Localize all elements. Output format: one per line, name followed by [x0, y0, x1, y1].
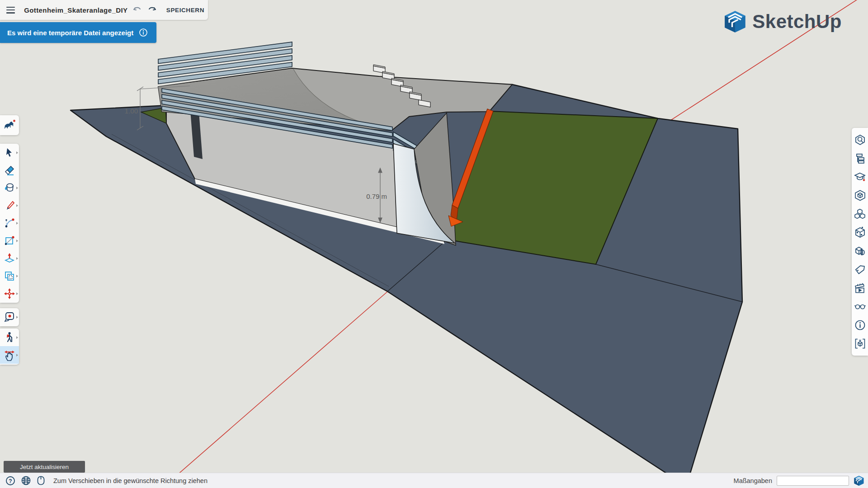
document-title: Gottenheim_Skateranlage_DIY [24, 6, 127, 14]
info-circle-icon[interactable] [139, 28, 148, 37]
components-icon [854, 208, 866, 220]
outliner-panel-button[interactable] [852, 149, 868, 168]
undo-arrow-icon [132, 5, 142, 15]
paint-bucket-tool[interactable] [0, 179, 19, 197]
undo-button[interactable] [130, 3, 143, 17]
sketchup-wordmark: SketchUp [752, 11, 842, 33]
search-dog-icon [3, 119, 16, 130]
materials-panel-button[interactable] [852, 223, 868, 242]
walk-person-icon [4, 332, 15, 343]
instructor-icon [854, 171, 866, 183]
redo-button[interactable] [146, 3, 159, 17]
mouse-icon[interactable] [37, 475, 45, 486]
sketchup-logo: SketchUp [723, 10, 842, 33]
model-viewport[interactable]: 1.00 0.79 m [0, 0, 868, 488]
walk-tool[interactable] [0, 328, 19, 346]
pan-tool[interactable] [0, 346, 19, 364]
top-bar: Gottenheim_Skateranlage_DIY SPEICHERN [0, 0, 208, 20]
hamburger-menu-icon[interactable] [6, 7, 15, 14]
push-pull-tool[interactable] [0, 249, 19, 267]
left-toolbar-main-group [0, 144, 19, 303]
update-now-button[interactable]: Jetzt aktualisieren [4, 461, 85, 473]
pan-hand-icon [4, 349, 15, 361]
measurements-input[interactable] [777, 476, 849, 486]
left-toolbar-measure-group [0, 308, 19, 326]
rectangle-tool[interactable] [0, 232, 19, 249]
redo-arrow-icon [147, 5, 157, 15]
sketchup-web-app: { "app": { "logo_text": "SketchUp" }, "t… [0, 0, 868, 488]
display-panel-button[interactable] [852, 297, 868, 316]
tags-panel-button[interactable] [852, 260, 868, 279]
status-hint: Zum Verschieben in die gewünschte Richtu… [53, 477, 208, 484]
left-toolbar-search-group [0, 115, 19, 135]
line-tool[interactable] [0, 197, 19, 214]
temp-file-banner: Es wird eine temporäre Datei angezeigt [0, 22, 156, 43]
eraser-icon [4, 164, 15, 176]
sketchup-logo-glyph [723, 10, 747, 33]
status-bar: ? Zum Verschieben in die gewünschte Rich… [0, 473, 868, 488]
globe-icon[interactable] [21, 475, 31, 486]
move-icon [4, 288, 15, 300]
components-panel-button[interactable] [852, 205, 868, 223]
move-tool[interactable] [0, 285, 19, 302]
instructor-panel-button[interactable] [852, 168, 868, 186]
push-pull-icon [4, 253, 15, 264]
select-tool[interactable] [0, 144, 19, 161]
entity-info-panel-button[interactable] [852, 131, 868, 149]
search-dog-tool[interactable] [0, 115, 19, 133]
dimension-2-label: 0.79 m [366, 192, 387, 200]
tape-measure-icon [4, 311, 15, 323]
glasses-icon [854, 301, 866, 312]
scenes-clapperboard-icon [854, 282, 866, 294]
measurements-label: Maßangaben [734, 477, 772, 484]
pencil-icon [4, 200, 15, 211]
svg-text:?: ? [9, 478, 12, 484]
help-circle-icon[interactable]: ? [5, 476, 15, 486]
styles-icon [854, 190, 866, 201]
save-button[interactable]: SPEICHERN [163, 4, 208, 16]
styles-panel-button[interactable] [852, 186, 868, 205]
arc-tool[interactable] [0, 214, 19, 232]
arc-icon [4, 217, 15, 229]
materials-icon [854, 227, 866, 238]
dimension-1-label: 1.00 [125, 107, 138, 115]
temp-file-banner-text: Es wird eine temporäre Datei angezeigt [7, 29, 133, 37]
offset-icon [4, 270, 15, 282]
left-toolbar-camera-group [0, 328, 19, 365]
select-cursor-icon [4, 147, 15, 158]
eraser-tool[interactable] [0, 161, 19, 179]
soften-edges-panel-button[interactable] [852, 242, 868, 260]
entity-info-icon [854, 134, 866, 145]
offset-tool[interactable] [0, 267, 19, 285]
model-info-icon [854, 319, 866, 331]
tape-measure-tool[interactable] [0, 308, 19, 326]
model-info-panel-button[interactable] [852, 316, 868, 334]
tag-icon [854, 264, 866, 275]
solid-inspector-icon [854, 338, 866, 349]
solid-inspector-panel-button[interactable] [852, 334, 868, 353]
soften-edges-icon [854, 245, 866, 257]
paint-bucket-icon [4, 182, 15, 194]
rectangle-icon [4, 235, 15, 247]
right-toolbar [852, 128, 868, 356]
sketchup-mark-icon [854, 475, 864, 486]
scenes-panel-button[interactable] [852, 279, 868, 297]
outliner-icon [854, 153, 866, 164]
